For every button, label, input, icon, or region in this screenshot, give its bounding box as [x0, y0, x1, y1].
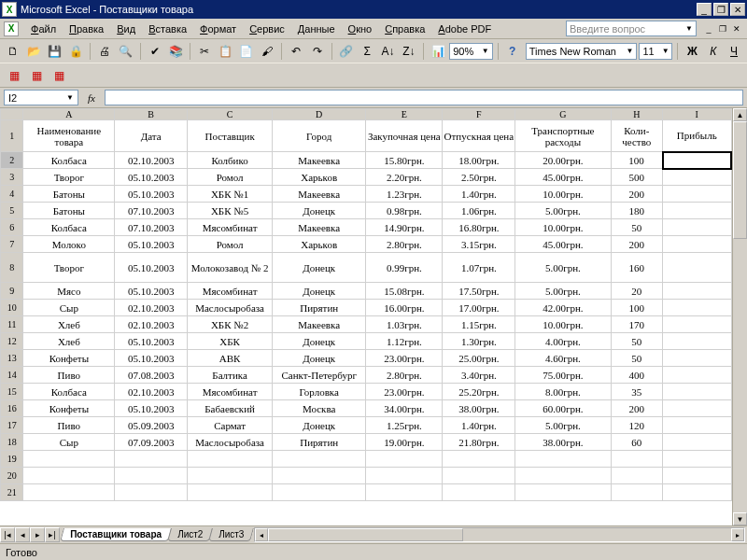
cell[interactable]: Творог	[23, 169, 115, 186]
cell[interactable]	[188, 451, 273, 468]
header-cell[interactable]: Прибыль	[663, 120, 731, 152]
cell[interactable]: 2.80грн.	[366, 236, 443, 253]
cell[interactable]	[115, 451, 188, 468]
row-header-6[interactable]: 6	[1, 219, 23, 236]
minimize-button[interactable]: _	[697, 3, 712, 16]
header-cell[interactable]: Дата	[115, 120, 188, 152]
ask-a-question-box[interactable]: Введите вопрос ▼	[566, 21, 697, 36]
cell[interactable]: 1.06грн.	[443, 203, 515, 219]
row-header-5[interactable]: 5	[1, 203, 23, 219]
scroll-down-icon[interactable]: ▼	[733, 512, 747, 525]
cell[interactable]: 5.00грн.	[515, 417, 611, 434]
select-all-corner[interactable]	[1, 109, 23, 120]
row-header-13[interactable]: 13	[1, 350, 23, 367]
cell[interactable]	[515, 484, 611, 501]
cell[interactable]: 05.10.2003	[115, 333, 188, 350]
horizontal-scrollbar[interactable]: ◂ ▸	[254, 527, 745, 542]
cell[interactable]: Пиво	[23, 367, 115, 384]
cell[interactable]	[515, 451, 611, 468]
row-header-19[interactable]: 19	[1, 451, 23, 468]
cell[interactable]: 10.00грн.	[515, 186, 611, 203]
research-icon[interactable]: 📚	[166, 41, 185, 62]
cell[interactable]: 05.10.2003	[115, 283, 188, 300]
cell[interactable]	[663, 350, 731, 367]
cell[interactable]: 18.00грн.	[443, 152, 515, 169]
cell[interactable]: 25.20грн.	[443, 384, 515, 400]
cell[interactable]: 1.15грн.	[443, 316, 515, 333]
row-header-1[interactable]: 1	[1, 120, 23, 152]
col-header-H[interactable]: H	[611, 109, 663, 120]
cell[interactable]: 500	[611, 169, 663, 186]
hyperlink-icon[interactable]: 🔗	[337, 41, 356, 62]
cell[interactable]: Донецк	[273, 333, 366, 350]
cell[interactable]: 0.99грн.	[366, 253, 443, 283]
menu-файл[interactable]: Файл	[24, 21, 63, 36]
cell[interactable]: Пиво	[23, 417, 115, 434]
cell[interactable]: 17.00грн.	[443, 300, 515, 316]
cell[interactable]	[273, 451, 366, 468]
cell[interactable]: Пирятин	[273, 300, 366, 316]
cell[interactable]: 21.80грн.	[443, 434, 515, 451]
cell[interactable]: Батоны	[23, 186, 115, 203]
cell[interactable]: ХБК №1	[188, 186, 273, 203]
cell[interactable]	[663, 236, 731, 253]
cell[interactable]: 8.00грн.	[515, 384, 611, 400]
row-header-21[interactable]: 21	[1, 484, 23, 501]
cell[interactable]: 02.10.2003	[115, 300, 188, 316]
cut-icon[interactable]: ✂	[195, 41, 214, 62]
cell[interactable]	[366, 468, 443, 484]
cell[interactable]	[663, 434, 731, 451]
menu-adobe pdf[interactable]: Adobe PDF	[431, 21, 498, 36]
row-header-9[interactable]: 9	[1, 283, 23, 300]
cell[interactable]: 05.10.2003	[115, 236, 188, 253]
cell[interactable]: Макеевка	[273, 316, 366, 333]
menu-данные[interactable]: Данные	[291, 21, 342, 36]
cell[interactable]: Колбаса	[23, 384, 115, 400]
cell[interactable]: Санкт-Петербург	[273, 367, 366, 384]
col-header-A[interactable]: A	[23, 109, 115, 120]
cell[interactable]: ХБК	[188, 333, 273, 350]
scroll-left-icon[interactable]: ◂	[255, 528, 268, 541]
cell[interactable]: Москва	[273, 400, 366, 417]
row-header-7[interactable]: 7	[1, 236, 23, 253]
header-cell[interactable]: Поставщик	[188, 120, 273, 152]
tab-first-button[interactable]: |◂	[0, 527, 15, 542]
h-scroll-thumb[interactable]	[268, 528, 464, 541]
cell[interactable]	[663, 253, 731, 283]
cell[interactable]: Донецк	[273, 283, 366, 300]
cell[interactable]: 1.23грн.	[366, 186, 443, 203]
cell[interactable]: Молоко	[23, 236, 115, 253]
fx-label[interactable]: fx	[82, 92, 101, 104]
cell[interactable]	[663, 468, 731, 484]
cell[interactable]: 200	[611, 236, 663, 253]
menu-сервис[interactable]: Сервис	[243, 21, 291, 36]
row-header-2[interactable]: 2	[1, 152, 23, 169]
cell[interactable]: 05.10.2003	[115, 186, 188, 203]
cell[interactable]	[663, 451, 731, 468]
cell[interactable]: Донецк	[273, 417, 366, 434]
cell[interactable]	[663, 169, 731, 186]
cell[interactable]: 170	[611, 316, 663, 333]
cell[interactable]: Сыр	[23, 434, 115, 451]
cell[interactable]: Макеевка	[273, 186, 366, 203]
cell[interactable]: 16.00грн.	[366, 300, 443, 316]
cell[interactable]: 05.10.2003	[115, 400, 188, 417]
cell[interactable]: Маслосыробаза	[188, 300, 273, 316]
cell[interactable]: 50	[611, 350, 663, 367]
row-header-18[interactable]: 18	[1, 434, 23, 451]
cell[interactable]: 180	[611, 203, 663, 219]
cell[interactable]	[23, 468, 115, 484]
cell[interactable]	[23, 451, 115, 468]
cell[interactable]: 10.00грн.	[515, 316, 611, 333]
restore-button[interactable]: ❐	[713, 3, 728, 16]
cell[interactable]: Макеевка	[273, 152, 366, 169]
header-cell[interactable]: Наименование товара	[23, 120, 115, 152]
cell[interactable]: 60.00грн.	[515, 400, 611, 417]
cell[interactable]: 2.50грн.	[443, 169, 515, 186]
cell[interactable]: 1.12грн.	[366, 333, 443, 350]
cell[interactable]: 45.00грн.	[515, 236, 611, 253]
cell[interactable]	[515, 468, 611, 484]
cell[interactable]: 4.60грн.	[515, 350, 611, 367]
row-header-4[interactable]: 4	[1, 186, 23, 203]
row-header-3[interactable]: 3	[1, 169, 23, 186]
